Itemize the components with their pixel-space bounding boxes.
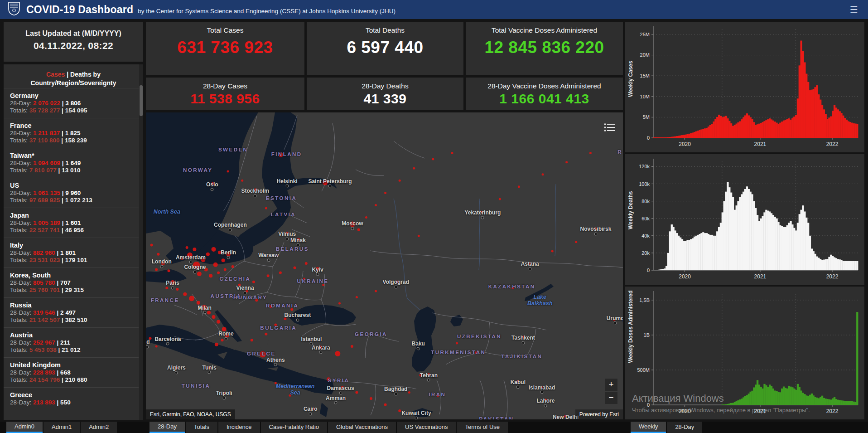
- country-row[interactable]: Austria28-Day: 252 967 | 211Totals: 5 45…: [4, 327, 139, 357]
- country-28day-line: 28-Day: 252 967 | 211: [10, 339, 135, 346]
- case-dot: [589, 152, 592, 154]
- country-list-card: Cases | Deaths by Country/Region/Soverei…: [4, 64, 143, 420]
- city-dot: [254, 195, 257, 198]
- last-updated-card: Last Updated at (M/D/YYYY) 04.11.2022, 0…: [4, 22, 143, 62]
- country-28day-line: 28-Day: 213 893 | 550: [10, 399, 135, 406]
- stat-label: Total Vaccine Doses Administered: [466, 26, 623, 34]
- country-list-header: Cases | Deaths by Country/Region/Soverei…: [4, 64, 143, 88]
- zoom-out-button[interactable]: −: [605, 392, 617, 404]
- country-row[interactable]: Germany28-Day: 2 076 022 | 3 806Totals: …: [4, 88, 139, 118]
- country-row[interactable]: Japan28-Day: 1 005 189 | 1 601Totals: 22…: [4, 208, 139, 238]
- tab-global-vaccinations[interactable]: Global Vaccinations: [328, 422, 396, 433]
- case-dot: [186, 246, 188, 249]
- tab-admin0[interactable]: Admin0: [6, 422, 43, 433]
- svg-text:2022: 2022: [826, 141, 839, 147]
- tab-28-day[interactable]: 28-Day: [667, 422, 702, 433]
- zoom-in-button[interactable]: +: [605, 379, 617, 391]
- city-dot: [540, 391, 543, 394]
- case-dot: [176, 288, 179, 291]
- case-dot: [408, 391, 410, 394]
- country-name: US: [10, 181, 135, 190]
- map-zoom-controls: + −: [605, 378, 617, 404]
- tab-28-day[interactable]: 28-Day: [149, 422, 185, 433]
- case-dot: [370, 397, 372, 400]
- case-dot: [565, 161, 568, 163]
- map-canvas[interactable]: [146, 112, 623, 419]
- tab-us-vaccinations[interactable]: US Vaccinations: [397, 422, 456, 433]
- city-dot: [227, 256, 230, 259]
- tab-weekly[interactable]: Weekly: [631, 422, 666, 433]
- svg-text:0: 0: [647, 402, 650, 408]
- tab-case-fatality-ratio[interactable]: Case-Fatality Ratio: [261, 422, 328, 433]
- tab-terms-of-use[interactable]: Terms of Use: [457, 422, 508, 433]
- country-row[interactable]: US28-Day: 1 061 135 | 9 960Totals: 97 68…: [4, 178, 139, 208]
- country-row[interactable]: France28-Day: 1 211 837 | 1 825Totals: 3…: [4, 118, 139, 148]
- case-dot: [327, 377, 330, 381]
- case-dot: [206, 253, 210, 256]
- city-dot: [394, 285, 397, 288]
- country-totals-line: Totals: 25 760 701 | 29 315: [10, 287, 135, 294]
- country-list-scrollbar[interactable]: [139, 64, 143, 420]
- case-dot: [420, 374, 422, 377]
- layer-list-icon[interactable]: [604, 122, 616, 132]
- country-totals-line: Totals: 5 453 038 | 21 012: [10, 346, 135, 354]
- case-dot: [551, 250, 554, 253]
- map-view-tabs: 28-DayTotalsIncidenceCase-Fatality Ratio…: [149, 422, 509, 433]
- bottom-tab-bar: Admin0Admin1Admin2 28-DayTotalsIncidence…: [0, 422, 868, 433]
- case-dot: [575, 241, 577, 243]
- country-row[interactable]: Korea, South28-Day: 805 780 | 707Totals:…: [4, 268, 139, 297]
- chart-period-tabs: Weekly28-Day: [631, 422, 703, 433]
- svg-text:0: 0: [647, 135, 650, 141]
- tab-admin1[interactable]: Admin1: [43, 422, 80, 433]
- svg-text:2020: 2020: [679, 273, 691, 280]
- svg-text:0: 0: [647, 268, 650, 273]
- case-dot: [399, 180, 401, 182]
- country-totals-line: Totals: 37 110 800 | 158 239: [10, 137, 135, 144]
- svg-text:15M: 15M: [640, 73, 650, 78]
- svg-text:120k: 120k: [639, 164, 650, 169]
- tab-totals[interactable]: Totals: [186, 422, 217, 433]
- country-name: Russia: [10, 301, 135, 309]
- country-list: Germany28-Day: 2 076 022 | 3 806Totals: …: [4, 88, 139, 417]
- case-dot: [224, 268, 227, 271]
- case-dot: [274, 324, 277, 326]
- weekly-doses-chart[interactable]: 0500M1B1,5B202020212022Weekly Doses Admi…: [625, 287, 864, 419]
- world-map[interactable]: SWEDENFINLANDNORWAYESTONIALATVIABELARUSC…: [146, 112, 623, 419]
- case-dot: [265, 333, 267, 336]
- hamburger-menu-icon[interactable]: ☰: [850, 4, 858, 15]
- country-28day-line: 28-Day: 1 061 135 | 9 960: [10, 190, 135, 197]
- case-dot: [289, 394, 291, 397]
- weekly-deaths-chart[interactable]: 020k40k60k80k100k120k202020212022Weekly …: [625, 154, 864, 285]
- case-dot: [168, 269, 170, 272]
- weekly-cases-chart[interactable]: 05M10M15M20M25M202020212022Weekly Cases: [625, 22, 864, 152]
- case-dot: [350, 221, 355, 227]
- case-dot: [218, 251, 222, 254]
- city-dot: [229, 228, 232, 231]
- stat-card: Total Cases631 736 923: [146, 22, 304, 75]
- case-dot: [375, 204, 377, 206]
- city-dot: [267, 259, 270, 262]
- svg-text:2022: 2022: [826, 273, 839, 280]
- country-name: Germany: [10, 92, 135, 100]
- stat-value: 41 339: [307, 91, 463, 107]
- tab-incidence[interactable]: Incidence: [218, 422, 260, 433]
- country-28day-line: 28-Day: 882 960 | 1 801: [10, 249, 135, 257]
- country-row[interactable]: Italy28-Day: 882 960 | 1 801Totals: 23 5…: [4, 238, 139, 268]
- case-dot: [375, 290, 377, 292]
- case-dot: [201, 258, 205, 262]
- country-row[interactable]: Taiwan*28-Day: 1 094 609 | 1 649Totals: …: [4, 148, 139, 178]
- city-dot: [528, 268, 531, 271]
- city-dot: [415, 416, 418, 419]
- case-dot: [290, 308, 293, 311]
- case-dot: [187, 253, 193, 258]
- scrollbar-thumb[interactable]: [140, 85, 143, 116]
- country-row[interactable]: Greece28-Day: 213 893 | 550: [4, 387, 139, 417]
- tab-admin2[interactable]: Admin2: [81, 422, 117, 433]
- powered-by-esri: Powered by Esri: [575, 409, 623, 419]
- country-row[interactable]: Russia28-Day: 319 546 | 2 497Totals: 21 …: [4, 297, 139, 327]
- country-row[interactable]: United Kingdom28-Day: 228 893 | 668Total…: [4, 357, 139, 387]
- case-dot: [436, 394, 439, 397]
- case-dot: [170, 280, 175, 285]
- city-dot: [175, 371, 178, 375]
- case-dot: [286, 232, 289, 234]
